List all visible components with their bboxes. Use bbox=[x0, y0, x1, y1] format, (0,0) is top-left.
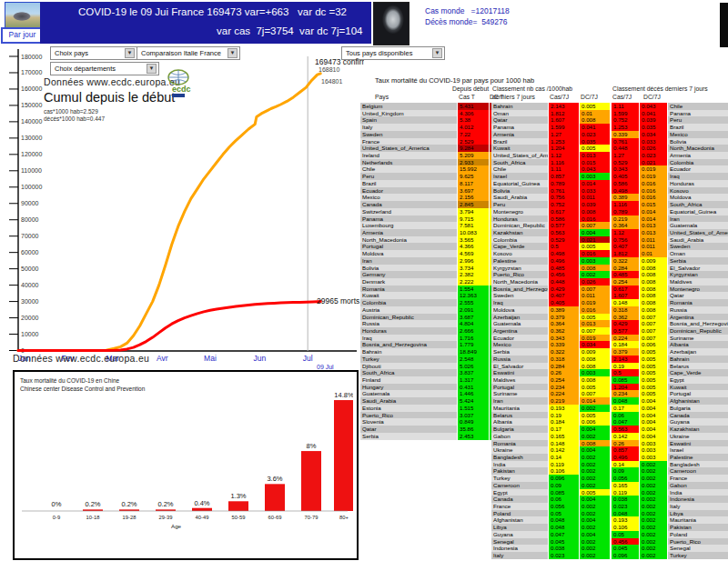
table-row: 0.4290.007Bosnia_and_Herzegovina bbox=[612, 320, 728, 327]
table-row: 0.2240.007Suriname bbox=[612, 335, 728, 342]
svg-text:0.2%: 0.2% bbox=[85, 500, 100, 508]
table-row: 0.5630.004Kazakhstan bbox=[612, 426, 728, 433]
title-line2: var cas 7j=3754 var dc 7j=104 bbox=[217, 25, 362, 36]
svg-text:0%: 0% bbox=[52, 500, 62, 508]
svg-text:60000: 60000 bbox=[21, 249, 39, 255]
svg-text:70-79: 70-79 bbox=[305, 515, 318, 520]
table-row: 0.7890.014Equatorial_Guinea bbox=[612, 208, 728, 215]
svg-text:Mai: Mai bbox=[204, 354, 217, 363]
table-row: 0.0960.002Turkey bbox=[612, 552, 728, 559]
svg-text:150000: 150000 bbox=[21, 102, 42, 108]
virus-image bbox=[13, 12, 31, 21]
svg-text:70000: 70000 bbox=[21, 233, 39, 239]
table-row: Moldova0.3890.016 bbox=[491, 306, 611, 314]
table-row: India0.1190.002 bbox=[491, 461, 611, 468]
col-header: Cas T bbox=[459, 94, 475, 100]
table-row: 0.0480.004Afghanistan bbox=[612, 397, 728, 405]
svg-text:50000: 50000 bbox=[21, 265, 39, 272]
table-row: 0.190.005Belarus bbox=[612, 363, 728, 370]
table-row: Peru0.7520.039 bbox=[491, 201, 611, 208]
table-row: Bahrain2.1430.005 bbox=[491, 103, 611, 110]
table-row: 1.2530.035Brazil bbox=[612, 124, 728, 131]
table-row: Kazakhstan0.5630.004 bbox=[491, 229, 611, 236]
table-row: 0.0380.002Indonesia bbox=[612, 496, 728, 503]
table-deaths-last7days: 1.110.043Chile1.5990.041Panama0.7520.039… bbox=[612, 103, 728, 559]
svg-text:90000: 90000 bbox=[21, 200, 39, 206]
table-row: 1.2040.005Kuwait bbox=[612, 384, 728, 391]
table-row: Argentina0.3620.007 bbox=[491, 327, 611, 335]
svg-text:0-9: 0-9 bbox=[53, 515, 60, 520]
table-row: Russia0.3180.008 bbox=[491, 356, 611, 363]
table-row: 0.4850.008Kyrgyzstan bbox=[612, 271, 728, 278]
table-row: South_Africa1.1160.015 bbox=[491, 159, 611, 166]
table-row: Oman1.8120.01 bbox=[491, 110, 611, 117]
table-row: Iraq0.4050.019 bbox=[491, 299, 611, 306]
table-row: 0.5860.016Honduras bbox=[612, 180, 728, 187]
table-row: 0.3220.009Serbia bbox=[612, 257, 728, 265]
table-row: 1.110.043Chile bbox=[612, 103, 728, 110]
table-row: United_States_of_America1.120.013 bbox=[491, 152, 611, 159]
table-row: 0.090.002Cameroon bbox=[612, 467, 728, 475]
table-row: 1.120.013United_States_of_America bbox=[612, 229, 728, 236]
table-row: 0.3890.016Moldova bbox=[612, 194, 728, 201]
table-row: Panama1.5990.041 bbox=[491, 124, 611, 131]
svg-text:100000: 100000 bbox=[21, 184, 42, 190]
table-row: 0.3640.013Guatemala bbox=[612, 222, 728, 229]
svg-text:170000: 170000 bbox=[21, 69, 42, 75]
svg-text:8%: 8% bbox=[307, 442, 317, 450]
table-row: Libya0.0480.002 bbox=[491, 524, 611, 531]
col-header: Pays bbox=[375, 94, 389, 100]
table-row: 0.4560.002Puerto_Rico bbox=[612, 538, 728, 546]
table-row: 0.3430.019Ecuador bbox=[612, 165, 728, 173]
tables-title: Taux mortalité du COVID-19 par pays pour… bbox=[375, 76, 534, 85]
svg-text:180000: 180000 bbox=[21, 54, 42, 60]
svg-text:130000: 130000 bbox=[21, 135, 42, 141]
svg-text:60-69: 60-69 bbox=[268, 515, 282, 520]
table-row: Equatorial_Guinea0.7890.014 bbox=[491, 180, 611, 187]
svg-text:0.2%: 0.2% bbox=[157, 500, 173, 508]
table-row: Brazil1.2530.035 bbox=[491, 138, 611, 145]
svg-text:20000: 20000 bbox=[21, 315, 39, 321]
svg-text:19-28: 19-28 bbox=[123, 515, 136, 520]
table-row: Serbia0.3220.009 bbox=[491, 348, 611, 356]
svg-text:Avr: Avr bbox=[157, 354, 168, 363]
table-row: Iran0.2190.014 bbox=[491, 397, 611, 405]
table-row: Kosovo0.4980.016 bbox=[491, 250, 611, 257]
table-row: 0.2340.005Portugal bbox=[612, 390, 728, 397]
table-row: 0.0470.004Guyana bbox=[612, 418, 728, 426]
table-row: Turkey0.0960.002 bbox=[491, 475, 611, 482]
table-row: 0.4980.016Kosovo bbox=[612, 187, 728, 195]
table-row: Dominican_Republic0.5770.007 bbox=[491, 222, 611, 229]
table-row: Bulgaria0.170.004 bbox=[491, 426, 611, 433]
table-row: 0.4960.003Palestine bbox=[612, 454, 728, 461]
title-bar: COVID-19 le 09 Jui France 169473 var=+66… bbox=[40, 2, 371, 44]
svg-text:0.2%: 0.2% bbox=[121, 500, 136, 508]
svg-text:40000: 40000 bbox=[21, 282, 39, 288]
china-mortality-panel: Taux mortalité du COVID-19 en Chine Chin… bbox=[13, 370, 359, 560]
bar-chart-subtitle: Chinese center Disease Control and Preve… bbox=[20, 386, 145, 392]
table-row: 0.7560.011Saudi_Arabia bbox=[612, 236, 728, 244]
table-row: Bangladesh0.140.002 bbox=[491, 454, 611, 461]
table-row: Afghanistan0.0480.004 bbox=[491, 516, 611, 524]
table-row: Bosnia_and_Herzegovina0.4290.007 bbox=[491, 286, 611, 293]
table-row: 1.1160.015South_Africa bbox=[612, 201, 728, 208]
chevron-down-icon: ▼ bbox=[432, 48, 442, 58]
table-row: Belarus0.190.005 bbox=[491, 412, 611, 419]
covid-dashboard: Par jour COVID-19 le 09 Jui France 16947… bbox=[0, 0, 728, 561]
table-row: Qatar1.6070.008 bbox=[491, 116, 611, 124]
bar-chart-title: Taux mortalité du COVID-19 en Chine bbox=[20, 377, 119, 384]
app-icon[interactable] bbox=[5, 2, 41, 28]
table-row: 0.4480.026North_Macedonia bbox=[612, 145, 728, 152]
par-jour-button[interactable]: Par jour bbox=[1, 27, 44, 44]
table-row: Sweden0.4070.011 bbox=[491, 292, 611, 299]
table-row: Indonesia0.0380.002 bbox=[491, 545, 611, 552]
table-row: Guatemala0.3640.013 bbox=[491, 320, 611, 327]
table-row: Kuwait1.2040.005 bbox=[491, 145, 611, 152]
table-row: Honduras0.5860.016 bbox=[491, 215, 611, 223]
table-row: 0.3390.034Mexico bbox=[612, 131, 728, 138]
table-row: 0.4070.011Sweden bbox=[612, 243, 728, 250]
table-row: 0.4050.019Iraq bbox=[612, 173, 728, 180]
table-row: Mauritania0.1930.002 bbox=[491, 405, 611, 412]
table-row: Guyana0.0470.004 bbox=[491, 531, 611, 538]
table-row: 0.7610.033Bolivia bbox=[612, 138, 728, 145]
